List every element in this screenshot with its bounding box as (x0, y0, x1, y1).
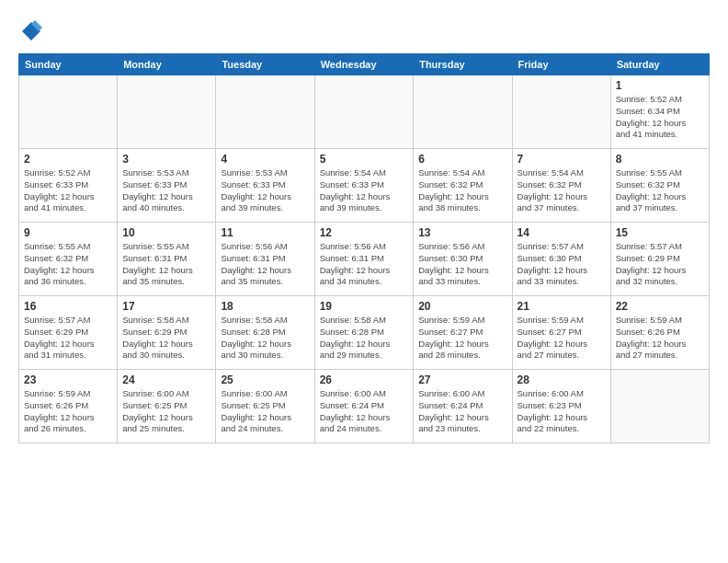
calendar-cell (314, 75, 414, 149)
day-info: Sunrise: 5:59 AM Sunset: 6:26 PM Dayligh… (616, 315, 704, 362)
calendar-cell: 8Sunrise: 5:55 AM Sunset: 6:32 PM Daylig… (610, 149, 709, 223)
calendar-cell: 25Sunrise: 6:00 AM Sunset: 6:25 PM Dayli… (216, 370, 314, 443)
day-number: 6 (418, 153, 506, 166)
calendar-cell: 28Sunrise: 6:00 AM Sunset: 6:23 PM Dayli… (512, 370, 610, 443)
calendar-cell: 1Sunrise: 5:52 AM Sunset: 6:34 PM Daylig… (610, 75, 709, 149)
header (18, 18, 710, 44)
logo (18, 18, 48, 44)
day-number: 5 (320, 153, 409, 166)
calendar-cell (512, 75, 610, 149)
day-number: 12 (320, 226, 409, 239)
calendar-cell: 16Sunrise: 5:57 AM Sunset: 6:29 PM Dayli… (19, 296, 118, 370)
calendar-cell: 24Sunrise: 6:00 AM Sunset: 6:25 PM Dayli… (118, 370, 216, 443)
day-info: Sunrise: 5:57 AM Sunset: 6:29 PM Dayligh… (616, 241, 704, 288)
calendar-cell: 4Sunrise: 5:53 AM Sunset: 6:33 PM Daylig… (216, 149, 314, 223)
day-number: 10 (122, 226, 210, 239)
calendar-cell: 7Sunrise: 5:54 AM Sunset: 6:32 PM Daylig… (512, 149, 610, 223)
day-number: 3 (122, 153, 210, 166)
week-row-0: 1Sunrise: 5:52 AM Sunset: 6:34 PM Daylig… (19, 75, 710, 149)
calendar-cell: 19Sunrise: 5:58 AM Sunset: 6:28 PM Dayli… (314, 296, 414, 370)
day-info: Sunrise: 5:55 AM Sunset: 6:31 PM Dayligh… (122, 241, 210, 288)
calendar-cell: 26Sunrise: 6:00 AM Sunset: 6:24 PM Dayli… (314, 370, 414, 443)
day-info: Sunrise: 6:00 AM Sunset: 6:24 PM Dayligh… (418, 388, 506, 435)
calendar-cell (19, 75, 118, 149)
calendar-cell: 27Sunrise: 6:00 AM Sunset: 6:24 PM Dayli… (414, 370, 512, 443)
week-row-2: 9Sunrise: 5:55 AM Sunset: 6:32 PM Daylig… (19, 223, 710, 296)
calendar-cell: 3Sunrise: 5:53 AM Sunset: 6:33 PM Daylig… (118, 149, 216, 223)
day-info: Sunrise: 6:00 AM Sunset: 6:23 PM Dayligh… (518, 388, 606, 435)
calendar-cell (414, 75, 512, 149)
day-info: Sunrise: 5:56 AM Sunset: 6:31 PM Dayligh… (221, 241, 309, 288)
day-number: 28 (518, 373, 606, 386)
day-number: 27 (418, 373, 506, 386)
day-info: Sunrise: 5:58 AM Sunset: 6:28 PM Dayligh… (320, 315, 409, 362)
day-info: Sunrise: 5:56 AM Sunset: 6:30 PM Dayligh… (418, 241, 506, 288)
day-number: 15 (616, 226, 704, 239)
day-number: 18 (221, 300, 309, 313)
day-header-thursday: Thursday (414, 54, 512, 75)
calendar-cell: 2Sunrise: 5:52 AM Sunset: 6:33 PM Daylig… (19, 149, 118, 223)
day-info: Sunrise: 5:53 AM Sunset: 6:33 PM Dayligh… (221, 167, 309, 214)
calendar-cell: 14Sunrise: 5:57 AM Sunset: 6:30 PM Dayli… (512, 223, 610, 296)
calendar-cell: 21Sunrise: 5:59 AM Sunset: 6:27 PM Dayli… (512, 296, 610, 370)
day-info: Sunrise: 6:00 AM Sunset: 6:25 PM Dayligh… (122, 388, 210, 435)
day-header-wednesday: Wednesday (314, 54, 414, 75)
logo-icon (18, 18, 44, 44)
day-number: 13 (418, 226, 506, 239)
calendar-cell: 11Sunrise: 5:56 AM Sunset: 6:31 PM Dayli… (216, 223, 314, 296)
day-number: 17 (122, 300, 210, 313)
day-number: 1 (616, 79, 704, 92)
page: SundayMondayTuesdayWednesdayThursdayFrid… (0, 0, 728, 563)
day-number: 25 (221, 373, 309, 386)
day-header-sunday: Sunday (19, 54, 118, 75)
calendar-cell: 5Sunrise: 5:54 AM Sunset: 6:33 PM Daylig… (314, 149, 414, 223)
calendar-cell: 13Sunrise: 5:56 AM Sunset: 6:30 PM Dayli… (414, 223, 512, 296)
calendar-cell: 10Sunrise: 5:55 AM Sunset: 6:31 PM Dayli… (118, 223, 216, 296)
day-header-tuesday: Tuesday (216, 54, 314, 75)
day-info: Sunrise: 5:58 AM Sunset: 6:29 PM Dayligh… (122, 315, 210, 362)
calendar-cell: 20Sunrise: 5:59 AM Sunset: 6:27 PM Dayli… (414, 296, 512, 370)
calendar-cell: 17Sunrise: 5:58 AM Sunset: 6:29 PM Dayli… (118, 296, 216, 370)
day-info: Sunrise: 5:54 AM Sunset: 6:32 PM Dayligh… (518, 167, 606, 214)
day-number: 22 (616, 300, 704, 313)
day-info: Sunrise: 5:54 AM Sunset: 6:32 PM Dayligh… (418, 167, 506, 214)
week-row-4: 23Sunrise: 5:59 AM Sunset: 6:26 PM Dayli… (19, 370, 710, 443)
calendar-cell: 12Sunrise: 5:56 AM Sunset: 6:31 PM Dayli… (314, 223, 414, 296)
calendar-cell (610, 370, 709, 443)
day-info: Sunrise: 6:00 AM Sunset: 6:25 PM Dayligh… (221, 388, 309, 435)
day-header-saturday: Saturday (610, 54, 709, 75)
day-number: 4 (221, 153, 309, 166)
day-info: Sunrise: 5:57 AM Sunset: 6:29 PM Dayligh… (24, 315, 112, 362)
day-number: 14 (518, 226, 606, 239)
day-number: 20 (418, 300, 506, 313)
calendar-cell: 6Sunrise: 5:54 AM Sunset: 6:32 PM Daylig… (414, 149, 512, 223)
calendar-cell (216, 75, 314, 149)
day-number: 19 (320, 300, 409, 313)
day-number: 9 (24, 226, 112, 239)
day-number: 7 (518, 153, 606, 166)
day-number: 11 (221, 226, 309, 239)
day-info: Sunrise: 5:56 AM Sunset: 6:31 PM Dayligh… (320, 241, 409, 288)
week-row-3: 16Sunrise: 5:57 AM Sunset: 6:29 PM Dayli… (19, 296, 710, 370)
day-info: Sunrise: 5:58 AM Sunset: 6:28 PM Dayligh… (221, 315, 309, 362)
day-info: Sunrise: 5:57 AM Sunset: 6:30 PM Dayligh… (518, 241, 606, 288)
day-info: Sunrise: 5:59 AM Sunset: 6:26 PM Dayligh… (24, 388, 112, 435)
calendar-cell: 9Sunrise: 5:55 AM Sunset: 6:32 PM Daylig… (19, 223, 118, 296)
day-info: Sunrise: 5:59 AM Sunset: 6:27 PM Dayligh… (518, 315, 606, 362)
calendar-cell (118, 75, 216, 149)
day-info: Sunrise: 6:00 AM Sunset: 6:24 PM Dayligh… (320, 388, 409, 435)
day-info: Sunrise: 5:54 AM Sunset: 6:33 PM Dayligh… (320, 167, 409, 214)
day-number: 8 (616, 153, 704, 166)
day-number: 26 (320, 373, 409, 386)
calendar-cell: 18Sunrise: 5:58 AM Sunset: 6:28 PM Dayli… (216, 296, 314, 370)
day-info: Sunrise: 5:55 AM Sunset: 6:32 PM Dayligh… (616, 167, 704, 214)
day-info: Sunrise: 5:52 AM Sunset: 6:33 PM Dayligh… (24, 167, 112, 214)
day-number: 23 (24, 373, 112, 386)
week-row-1: 2Sunrise: 5:52 AM Sunset: 6:33 PM Daylig… (19, 149, 710, 223)
day-info: Sunrise: 5:59 AM Sunset: 6:27 PM Dayligh… (418, 315, 506, 362)
day-info: Sunrise: 5:52 AM Sunset: 6:34 PM Dayligh… (616, 94, 704, 141)
day-header-monday: Monday (118, 54, 216, 75)
day-number: 24 (122, 373, 210, 386)
day-header-friday: Friday (512, 54, 610, 75)
calendar-header-row: SundayMondayTuesdayWednesdayThursdayFrid… (19, 54, 710, 75)
